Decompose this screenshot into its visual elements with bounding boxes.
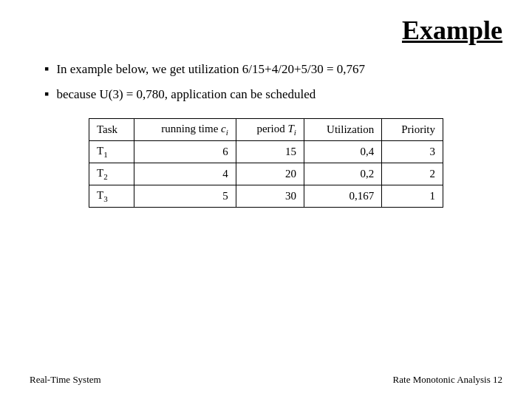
bullet-section: ▪ In example below, we get utilization 6… <box>44 61 502 103</box>
footer-left: Real-Time System <box>30 374 101 386</box>
priority-t3: 1 <box>382 185 443 207</box>
col-header-priority: Priority <box>382 118 443 140</box>
col-header-task: Task <box>89 118 134 140</box>
slide-title: Example <box>30 15 502 46</box>
task-t2: T2 <box>89 163 134 185</box>
data-table-container: Task running time ci period Ti Utilizati… <box>89 118 443 208</box>
col-header-running-time: running time ci <box>134 118 236 140</box>
bullet-item-1: ▪ In example below, we get utilization 6… <box>44 61 502 78</box>
bullet-text-2: because U(3) = 0,780, application can be… <box>56 86 316 103</box>
utilization-t3: 0,167 <box>304 185 381 207</box>
period-t1: 15 <box>236 140 304 163</box>
period-t3: 30 <box>236 185 304 207</box>
running-time-t1: 6 <box>134 140 236 163</box>
task-t1: T1 <box>89 140 134 163</box>
col-header-utilization: Utilization <box>304 118 381 140</box>
running-time-t3: 5 <box>134 185 236 207</box>
data-table: Task running time ci period Ti Utilizati… <box>89 118 443 208</box>
task-t3: T3 <box>89 185 134 207</box>
footer: Real-Time System Rate Monotonic Analysis… <box>30 374 502 386</box>
footer-right: Rate Monotonic Analysis 12 <box>393 374 502 386</box>
table-header-row: Task running time ci period Ti Utilizati… <box>89 118 443 140</box>
utilization-t2: 0,2 <box>304 163 381 185</box>
bullet-item-2: ▪ because U(3) = 0,780, application can … <box>44 86 502 103</box>
utilization-t1: 0,4 <box>304 140 381 163</box>
bullet-icon-2: ▪ <box>44 86 49 102</box>
priority-t2: 2 <box>382 163 443 185</box>
table-row: T3 5 30 0,167 1 <box>89 185 443 207</box>
running-time-t2: 4 <box>134 163 236 185</box>
table-row: T1 6 15 0,4 3 <box>89 140 443 163</box>
table-row: T2 4 20 0,2 2 <box>89 163 443 185</box>
period-t2: 20 <box>236 163 304 185</box>
col-header-period: period Ti <box>236 118 304 140</box>
slide: Example ▪ In example below, we get utili… <box>0 0 532 399</box>
bullet-text-1: In example below, we get utilization 6/1… <box>56 61 365 78</box>
priority-t1: 3 <box>382 140 443 163</box>
bullet-icon-1: ▪ <box>44 61 49 77</box>
